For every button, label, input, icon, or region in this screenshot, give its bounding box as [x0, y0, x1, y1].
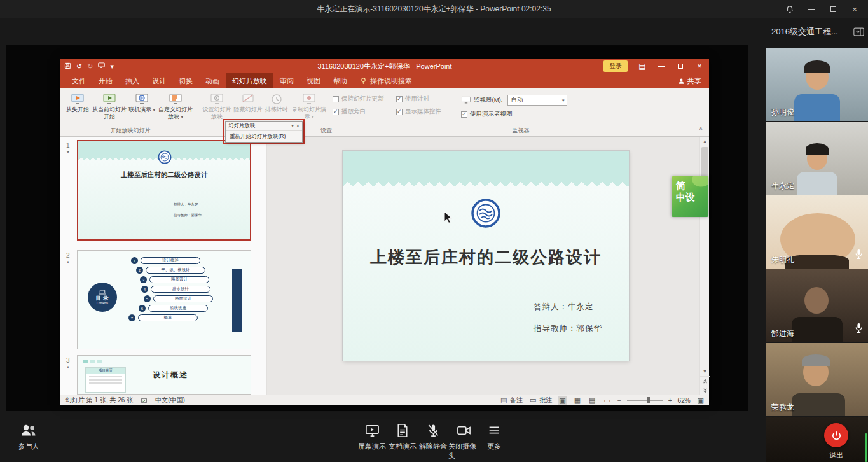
notes-button[interactable]: ▤ 备注 — [499, 396, 523, 405]
minimize-button[interactable] — [806, 3, 817, 15]
slide-canvas[interactable]: 上楼至后庄村的二级公路设计 答辩人：牛永定 指导教师：郭保华 — [267, 137, 699, 395]
dropdown-caret-icon: ▾ — [181, 115, 184, 119]
tab-design[interactable]: 设计 — [146, 73, 172, 88]
power-icon — [831, 430, 842, 441]
comments-icon: ▭ — [528, 396, 537, 403]
tell-me-search[interactable]: 操作说明搜索 — [360, 73, 412, 88]
fit-to-window-icon[interactable]: ▣ — [696, 396, 705, 405]
zoom-in-icon[interactable]: + — [668, 397, 672, 404]
screen-share-icon — [365, 423, 380, 438]
slide-thumbnail-1[interactable]: 上楼至后庄村的二级公路设计 答辩人：牛永定 指导教师：郭保华 — [77, 140, 251, 241]
participants-icon — [20, 423, 37, 438]
tab-review[interactable]: 审阅 — [273, 73, 300, 88]
tab-slideshow[interactable]: 幻灯片放映 — [226, 73, 273, 88]
presenter-view-checkbox[interactable]: 使用演示者视图 — [461, 110, 513, 118]
tab-help[interactable]: 帮助 — [327, 73, 354, 88]
keep-slides-updated-checkbox[interactable]: 保持幻灯片更新 — [333, 95, 384, 103]
screen-share-button[interactable]: 屏幕演示 — [357, 423, 387, 461]
ppt-restore-button[interactable] — [671, 59, 690, 73]
tab-animations[interactable]: 动画 — [199, 73, 226, 88]
participant-tile[interactable]: 孙明俊 — [766, 48, 868, 121]
restore-button[interactable] — [827, 3, 839, 15]
unmute-button[interactable]: 解除静音 — [418, 423, 448, 461]
toc-list: 1设计概述 2平、纵、横设计 3路基设计 4排水设计 5路面设计 6沿线设施 7… — [127, 257, 213, 324]
checkbox-icon — [333, 109, 339, 115]
use-timings-checkbox[interactable]: 使用计时 — [396, 95, 429, 103]
document-icon — [396, 423, 409, 438]
language-status[interactable]: 中文(中国) — [155, 396, 185, 405]
ppt-close-button[interactable]: × — [690, 59, 709, 73]
proofing-icon[interactable] — [141, 397, 148, 404]
meeting-name: 2016级交通工程... — [771, 26, 838, 38]
tab-transitions[interactable]: 切换 — [172, 73, 199, 88]
camera-off-button[interactable]: 关闭摄像头 — [448, 423, 479, 461]
university-logo — [471, 198, 501, 228]
from-current-slide-button[interactable]: 从当前幻灯片开始 — [92, 90, 127, 124]
exit-meeting-button[interactable] — [824, 423, 848, 447]
normal-view-icon[interactable]: ▣ — [558, 396, 567, 405]
slideshow-toolbar-header: 幻灯片放映 ▾ × — [226, 122, 302, 131]
scroll-down-icon[interactable]: ▼ — [700, 367, 710, 375]
dropdown-caret-icon: ▾ — [562, 98, 565, 103]
slide-thumbnail-3[interactable]: 项目背景 设计概述 — [77, 355, 251, 395]
share-button[interactable]: 共享 — [678, 73, 701, 88]
restart-slideshow-item[interactable]: 重新开始幻灯片放映(R) — [226, 131, 302, 142]
more-button[interactable]: 更多 — [479, 423, 509, 461]
slide-sorter-view-icon[interactable]: ▦ — [573, 396, 582, 405]
slide-counter: 幻灯片 第 1 张, 共 26 张 — [65, 396, 133, 405]
animation-indicator: * — [67, 150, 69, 157]
collapse-panel-icon[interactable] — [853, 27, 864, 36]
dropdown-caret-icon[interactable]: ▾ — [291, 123, 294, 129]
tab-insert[interactable]: 插入 — [119, 73, 146, 88]
participants-button[interactable]: 参与人 — [13, 423, 44, 451]
monitor-label: 监视器(M): — [474, 96, 502, 104]
tab-home[interactable]: 开始 — [92, 73, 119, 88]
microphone-icon — [855, 249, 863, 262]
reading-view-icon[interactable]: ▤ — [588, 396, 596, 405]
zoom-level[interactable]: 62% — [678, 397, 691, 404]
canvas-scrollbar[interactable]: ▲ ▼ — [699, 137, 709, 395]
play-narrations-checkbox[interactable]: 播放旁白 — [333, 108, 366, 116]
monitor-dropdown[interactable]: 自动 ▾ — [507, 95, 567, 106]
statusbar-left: 幻灯片 第 1 张, 共 26 张 中文(中国) — [65, 396, 185, 405]
present-online-button[interactable]: 联机演示 ▾ — [127, 90, 157, 124]
zoom-out-icon[interactable]: − — [617, 397, 621, 404]
sidebar-scrollbar[interactable] — [865, 433, 867, 462]
login-button[interactable]: 登录 — [603, 60, 628, 72]
participant-face — [804, 287, 829, 314]
ppt-minimize-button[interactable] — [652, 59, 671, 73]
meeting-title: 牛永定正在演示-311602030120牛永定+郭保华 - PowerPoint… — [0, 4, 868, 15]
previous-slide-icon[interactable] — [700, 376, 710, 385]
show-media-controls-checkbox[interactable]: 显示媒体控件 — [396, 108, 441, 116]
notification-bell-icon[interactable] — [784, 3, 796, 15]
zoom-slider[interactable] — [627, 400, 663, 401]
custom-slideshow-button[interactable]: 自定义幻灯片放映 ▾ — [157, 90, 194, 124]
zoom-slider-thumb[interactable] — [647, 397, 650, 403]
slide-title: 上楼至后庄村的二级公路设计 — [343, 246, 629, 269]
next-slide-icon[interactable] — [700, 386, 710, 395]
document-share-button[interactable]: 文档演示 — [387, 423, 418, 461]
tab-file[interactable]: 文件 — [65, 73, 92, 88]
tab-view[interactable]: 视图 — [300, 73, 327, 88]
participant-tile[interactable]: 郜进海 — [766, 269, 868, 342]
close-button[interactable]: × — [849, 3, 860, 15]
from-beginning-button[interactable]: 从头开始 — [63, 90, 92, 124]
participant-tile[interactable]: 牛永定 — [766, 122, 868, 195]
participant-tile[interactable]: 朱明礼 — [766, 195, 868, 269]
sidebar-header: 2016级交通工程... — [771, 26, 864, 38]
current-slide[interactable]: 上楼至后庄村的二级公路设计 答辩人：牛永定 指导教师：郭保华 — [343, 151, 629, 361]
mini-nav-squares — [83, 360, 102, 363]
ribbon-display-options-icon[interactable]: ▤ — [633, 59, 652, 73]
collapse-ribbon-icon[interactable]: ˄ — [699, 125, 703, 132]
start-slideshow-group: 从头开始 从当前幻灯片开始 联机演示 ▾ 自定义幻灯片放映 ▾ — [63, 90, 194, 124]
slide-thumbnail-2[interactable]: 目 录 Contents 1设计概述 2平、纵、横设计 3路基设计 4排水设计 … — [77, 250, 251, 349]
participant-tile-partial[interactable] — [766, 417, 868, 462]
exit-meeting-label: 退出 — [824, 451, 848, 460]
close-toolbar-icon[interactable]: × — [296, 123, 300, 129]
comments-button[interactable]: ▭ 批注 — [528, 396, 552, 405]
slideshow-view-icon[interactable]: ▭ — [602, 396, 611, 405]
scroll-up-icon[interactable]: ▲ — [700, 137, 710, 146]
checkbox-icon — [396, 96, 403, 102]
participant-tile[interactable]: 荣腾龙 — [766, 343, 868, 416]
slide-number: 1 — [66, 142, 70, 149]
